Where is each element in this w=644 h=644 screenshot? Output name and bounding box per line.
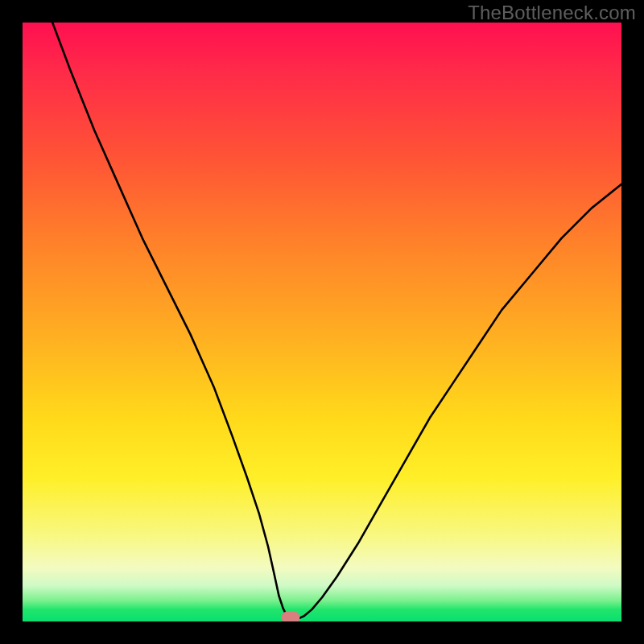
chart-curve-layer bbox=[23, 23, 621, 621]
watermark-text: TheBottleneck.com bbox=[468, 2, 636, 24]
bottleneck-curve bbox=[52, 23, 621, 619]
chart-frame: TheBottleneck.com bbox=[0, 0, 644, 644]
optimum-marker bbox=[281, 611, 299, 621]
plot-area bbox=[23, 23, 621, 621]
